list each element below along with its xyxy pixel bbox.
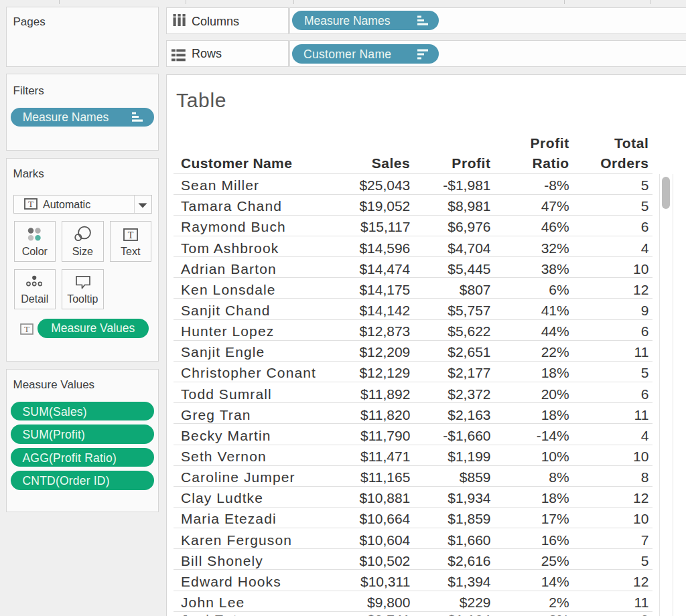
svg-text:T: T xyxy=(24,324,29,334)
svg-text:T: T xyxy=(28,199,33,209)
svg-text:T: T xyxy=(128,230,134,240)
